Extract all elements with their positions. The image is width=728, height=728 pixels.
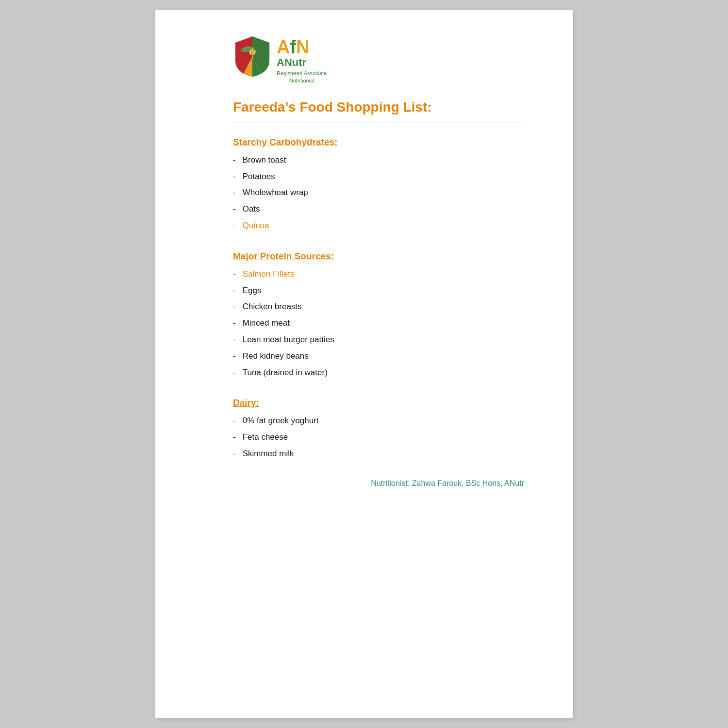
list-item: -Skimmed milk [233,448,524,460]
list-item-text: Wholewheat wrap [243,187,308,199]
list-item-text: Tuna (drained in water) [243,367,328,379]
list-item: -Quinoa [233,220,524,232]
list-item: -0% fat greek yoghurt [233,415,524,427]
logo-n: N [296,37,309,57]
section-starchy: Starchy Carbohydrates:-Brown toast-Potat… [233,137,524,232]
list-dash: - [233,285,236,297]
list-item: -Tuna (drained in water) [233,367,524,379]
list-dash: - [233,203,236,215]
logo-a: A [277,37,290,57]
list-item-text: Quinoa [243,220,269,232]
list-item-text: Oats [243,203,260,215]
section-title-starchy: Starchy Carbohydrates: [233,137,524,148]
sections-container: Starchy Carbohydrates:-Brown toast-Potat… [233,137,524,460]
page-title: Fareeda's Food Shopping List: [233,99,524,115]
list-item-text: Salmon Fillets [243,268,295,280]
list-item-text: 0% fat greek yoghurt [243,415,319,427]
list-item: -Oats [233,203,524,215]
list-item-text: Chicken breasts [243,301,302,313]
list-dash: - [233,415,236,427]
list-item-text: Lean meat burger patties [243,334,334,346]
list-dash: - [233,448,236,460]
list-item: -Eggs [233,285,524,297]
list-dash: - [233,334,236,346]
list-item: -Salmon Fillets [233,268,524,280]
list-dash: - [233,268,236,280]
list-item-text: Skimmed milk [243,448,294,460]
list-item: -Red kidney beans [233,350,524,362]
list-dash: - [233,367,236,379]
list-item: -Minced meat [233,317,524,329]
section-protein: Major Protein Sources:-Salmon Fillets-Eg… [233,251,524,379]
logo-shield-icon [233,34,272,78]
logo-f: f [290,37,296,57]
list-dash: - [233,301,236,313]
list-dash: - [233,187,236,199]
logo-area: AfN ANutr Registered AssociateNutritioni… [233,34,524,85]
list-dash: - [233,350,236,362]
list-dash: - [233,317,236,329]
logo-text-area: AfN ANutr Registered AssociateNutritioni… [277,34,327,85]
section-dairy: Dairy:-0% fat greek yoghurt-Feta cheese-… [233,397,524,459]
page: AfN ANutr Registered AssociateNutritioni… [155,10,573,718]
logo-registered: Registered AssociateNutritionist [277,70,327,85]
list-item: -Brown toast [233,154,524,166]
list-item-text: Minced meat [243,317,290,329]
logo-anutr: ANutr [277,57,327,68]
list-dash: - [233,171,236,182]
list-item: -Potatoes [233,171,524,182]
list-item-text: Feta cheese [243,431,288,443]
logo-afn: AfN [277,38,327,56]
list-dash: - [233,431,236,443]
list-item-text: Potatoes [243,171,275,182]
list-item-text: Brown toast [243,154,286,166]
list-dash: - [233,220,236,232]
section-title-dairy: Dairy: [233,397,524,408]
list-item: -Chicken breasts [233,301,524,313]
section-title-protein: Major Protein Sources: [233,251,524,262]
list-item: -Lean meat burger patties [233,334,524,346]
list-item-text: Eggs [243,285,262,297]
list-item: -Wholewheat wrap [233,187,524,199]
list-item: -Feta cheese [233,431,524,443]
title-divider [233,122,524,122]
list-item-text: Red kidney beans [243,350,309,362]
list-dash: - [233,154,236,166]
footer-nutritionist: Nutritionist: Zahwa Farouk, BSc Hons, AN… [233,479,524,488]
